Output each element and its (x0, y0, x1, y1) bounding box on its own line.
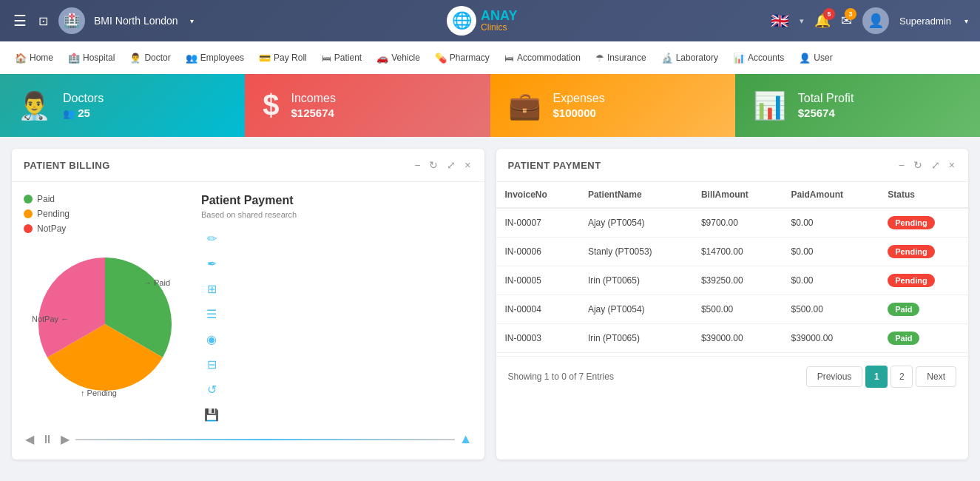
clinic-name: BMI North London (94, 15, 178, 27)
nav-vehicle[interactable]: 🚗 Vehicle (371, 50, 426, 67)
chart-tool-crop[interactable]: ⊞ (201, 278, 222, 299)
page-1-button[interactable]: 1 (865, 366, 888, 388)
expenses-card: 💼 Expenses $100000 (490, 74, 735, 137)
employees-icon: 👥 (186, 53, 197, 64)
nav-user[interactable]: 👤 User (793, 50, 838, 67)
chart-info: Patient Payment Based on shared research… (201, 194, 473, 425)
nav-accommodation-label: Accommodation (517, 53, 581, 63)
main-nav: 🏠 Home 🏥 Hospital 👨‍⚕️ Doctor 👥 Employee… (0, 41, 980, 74)
chart-tool-edit[interactable]: ✏ (201, 228, 222, 249)
nav-accounts[interactable]: 📊 Accounts (727, 50, 790, 67)
cell-bill: $39000.00 (692, 324, 783, 353)
payment-refresh-button[interactable]: ↻ (912, 158, 924, 172)
chart-back-btn[interactable]: ◀ (24, 431, 36, 448)
status-badge: Paid (888, 303, 919, 316)
pie-label-notpay: NotPay ← (32, 314, 69, 323)
expenses-card-info: Expenses $100000 (553, 92, 605, 119)
hamburger-button[interactable]: ☰ (12, 10, 28, 31)
nav-patient-label: Patient (334, 53, 362, 63)
chart-pause-btn[interactable]: ⏸ (40, 431, 55, 448)
billing-widget-actions: − ↻ ⤢ × (413, 158, 472, 172)
logo: 🌐 ANAY Clinics (447, 6, 517, 36)
chart-tool-refresh2[interactable]: ↺ (201, 379, 222, 400)
nav-pharmacy[interactable]: 💊 Pharmacy (429, 50, 496, 67)
doctors-card-value: 👥 25 (63, 107, 104, 119)
chart-tool-filter[interactable]: ⊟ (201, 354, 222, 374)
cell-patient: Irin (PT0065) (579, 266, 692, 295)
legend-paid-label: Paid (37, 194, 55, 204)
nav-employees[interactable]: 👥 Employees (180, 50, 250, 67)
payment-table: InvoiceNo PatientName BillAmount PaidAmo… (496, 182, 969, 353)
legend-notpay-label: NotPay (37, 223, 66, 234)
billing-refresh-button[interactable]: ↻ (428, 158, 439, 172)
chart-tool-list[interactable]: ☰ (201, 303, 222, 324)
payment-widget-body: InvoiceNo PatientName BillAmount PaidAmo… (496, 182, 969, 397)
legend-pending-dot (24, 209, 33, 218)
patient-icon: 🛏 (322, 53, 331, 64)
accounts-icon: 📊 (733, 53, 745, 64)
flag-dropdown[interactable]: ▾ (800, 16, 804, 26)
payment-widget-header: PATIENT PAYMENT − ↻ ⤢ × (496, 149, 969, 182)
col-status: Status (879, 182, 968, 208)
nav-payroll[interactable]: 💳 Pay Roll (253, 50, 313, 67)
home-icon: 🏠 (15, 53, 27, 64)
cell-status: Pending (879, 238, 968, 266)
insurance-icon: ☂ (595, 53, 604, 64)
next-button[interactable]: Next (916, 366, 956, 387)
notification-button[interactable]: 🔔 5 (814, 13, 831, 29)
legend-paid-dot (24, 195, 33, 204)
prev-button[interactable]: Previous (806, 366, 863, 387)
page-2-button[interactable]: 2 (891, 366, 913, 388)
logo-circle: 🌐 (447, 6, 476, 36)
doctors-card-label: Doctors (63, 92, 104, 105)
expenses-card-label: Expenses (553, 92, 605, 105)
mail-button[interactable]: ✉ 3 (841, 13, 852, 29)
nav-patient[interactable]: 🛏 Patient (316, 50, 368, 67)
cell-status: Paid (879, 295, 968, 324)
payment-widget: PATIENT PAYMENT − ↻ ⤢ × InvoiceNo Patien… (496, 149, 969, 460)
payment-close-button[interactable]: × (947, 158, 956, 172)
legend-notpay: NotPay (24, 223, 186, 234)
doctors-card-icon: 👨‍⚕️ (18, 90, 51, 121)
nav-doctor[interactable]: 👨‍⚕️ Doctor (124, 50, 176, 67)
top-nav-center: 🌐 ANAY Clinics (194, 6, 771, 36)
table-row: IN-00007 Ajay (PT0054) $9700.00 $0.00 Pe… (496, 208, 969, 238)
billing-expand-button[interactable]: ⤢ (445, 158, 457, 172)
logo-clinics: Clinics (481, 23, 517, 33)
billing-legend-and-chart: Paid Pending NotPay (24, 194, 186, 425)
chart-tool-pie[interactable]: ◉ (201, 329, 222, 349)
nav-laboratory-label: Laboratory (676, 53, 718, 63)
cell-patient: Ajay (PT0054) (579, 208, 692, 238)
pagination-row: Showing 1 to 0 of 7 Entries Previous 1 2… (496, 356, 969, 397)
legend-paid: Paid (24, 194, 186, 204)
payment-expand-button[interactable]: ⤢ (930, 158, 942, 172)
nav-hospital[interactable]: 🏥 Hospital (62, 50, 121, 67)
billing-widget: PATIENT BILLING − ↻ ⤢ × Paid (12, 149, 484, 460)
pie-chart-container: NotPay ← → Paid ↑ Pending (24, 243, 186, 406)
table-row: IN-00004 Ajay (PT0054) $500.00 $500.00 P… (496, 295, 969, 324)
chart-tool-save[interactable]: 💾 (201, 404, 222, 425)
vehicle-icon: 🚗 (376, 53, 388, 64)
chart-tool-pencil[interactable]: ✒ (201, 253, 222, 274)
cell-paid: $0.00 (782, 238, 879, 266)
billing-close-button[interactable]: × (463, 158, 472, 172)
hospital-icon: 🏥 (68, 53, 80, 64)
nav-accommodation[interactable]: 🛏 Accommodation (499, 50, 587, 67)
user-avatar[interactable]: 👤 (862, 7, 889, 34)
nav-home[interactable]: 🏠 Home (9, 50, 59, 67)
payment-minimize-button[interactable]: − (897, 158, 906, 172)
nav-employees-label: Employees (200, 53, 244, 63)
status-badge: Pending (888, 274, 934, 287)
expenses-card-value: $100000 (553, 107, 605, 119)
billing-minimize-button[interactable]: − (413, 158, 422, 172)
doctors-card: 👨‍⚕️ Doctors 👥 25 (0, 74, 245, 137)
chart-bottom-controls: ◀ ⏸ ▶ ▲ (24, 431, 473, 448)
nav-laboratory[interactable]: 🔬 Laboratory (655, 50, 724, 67)
chart-forward-btn[interactable]: ▶ (59, 431, 71, 448)
expand-button[interactable]: ⊡ (37, 13, 50, 30)
nav-insurance[interactable]: ☂ Insurance (589, 50, 652, 67)
cell-paid: $39000.00 (782, 324, 879, 353)
payment-widget-title: PATIENT PAYMENT (508, 160, 601, 171)
user-dropdown-arrow[interactable]: ▾ (964, 17, 968, 25)
pie-label-paid: → Paid (143, 278, 170, 287)
